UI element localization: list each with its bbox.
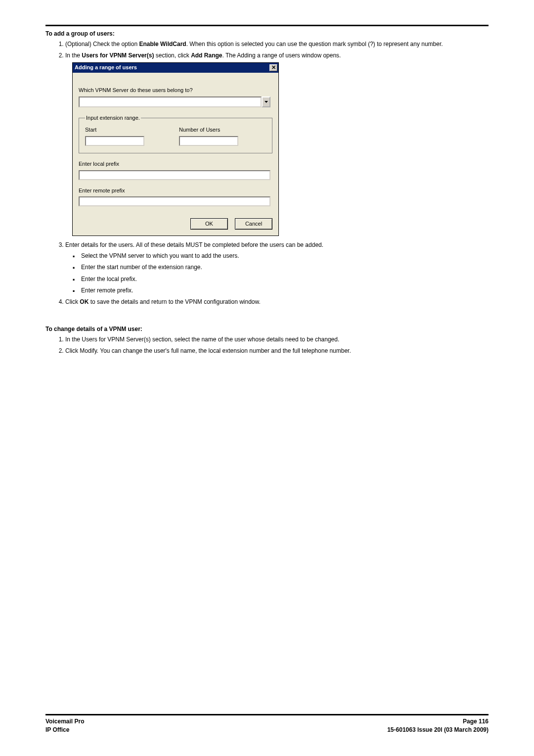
step-1: (Optional) Check the option Enable WildC… <box>65 40 489 48</box>
start-input[interactable] <box>85 136 144 146</box>
section-b-heading: To change details of a VPNM user: <box>45 326 489 332</box>
step4-pre: Click <box>65 298 80 305</box>
dialog-title: Adding a range of users <box>75 64 137 72</box>
footer-right-1: Page 116 <box>463 717 489 726</box>
step3-bullets: Select the VPNM server to which you want… <box>65 252 489 295</box>
footer-row-1: Voicemail Pro Page 116 <box>45 717 489 726</box>
step1-bold: Enable WildCard <box>139 41 186 47</box>
step2-mid: section, click <box>154 52 191 59</box>
step4-bold: OK <box>80 298 89 305</box>
dialog-body: Which VPNM Server do these users belong … <box>73 73 278 236</box>
step3-bullet-1: Select the VPNM server to which you want… <box>81 252 489 260</box>
dialog-titlebar: Adding a range of users ✕ <box>73 63 278 73</box>
b-step-1: In the Users for VPNM Server(s) section,… <box>65 335 489 344</box>
svg-marker-0 <box>265 101 268 103</box>
footer-left-1: Voicemail Pro <box>45 717 84 726</box>
dialog-wrap: Adding a range of users ✕ Which VPNM Ser… <box>72 62 489 236</box>
vpnm-server-input[interactable] <box>79 96 262 107</box>
step2-bold2: Add Range <box>191 52 222 59</box>
dialog-button-row: OK Cancel <box>79 218 272 230</box>
input-extension-range-group: Input extension range. Start Number of U… <box>79 114 272 153</box>
b-step-2: Click Modify. You can change the user's … <box>65 347 489 355</box>
step3-bullet-4: Enter remote prefix. <box>81 286 489 295</box>
footer-row-2: IP Office 15-601063 Issue 20l (03 March … <box>45 726 489 734</box>
step2-post: . The Adding a range of users window ope… <box>222 52 341 59</box>
step1-pre: (Optional) Check the option <box>65 41 139 47</box>
close-icon[interactable]: ✕ <box>269 64 277 71</box>
step3-bullet-2: Enter the start number of the extension … <box>81 263 489 272</box>
ok-button[interactable]: OK <box>190 218 228 230</box>
page-footer: Voicemail Pro Page 116 IP Office 15-6010… <box>45 714 489 734</box>
cancel-button[interactable]: Cancel <box>235 218 272 230</box>
step-2: In the Users for VPNM Server(s) section,… <box>65 51 489 236</box>
extension-range-row: Start Number of Users <box>85 126 266 146</box>
remote-prefix-input[interactable] <box>79 196 270 206</box>
local-prefix-input[interactable] <box>79 170 270 180</box>
start-label: Start <box>85 126 144 134</box>
extension-range-legend: Input extension range. <box>85 114 141 122</box>
numusers-input[interactable] <box>179 136 238 146</box>
step4-post: to save the details and return to the VP… <box>89 298 261 305</box>
remote-prefix-label: Enter remote prefix <box>79 187 272 195</box>
numusers-label: Number of Users <box>179 126 238 134</box>
footer-left-2: IP Office <box>45 726 69 734</box>
local-prefix-label: Enter local prefix <box>79 160 272 168</box>
add-range-dialog: Adding a range of users ✕ Which VPNM Ser… <box>72 62 279 236</box>
chevron-down-icon[interactable] <box>262 96 270 107</box>
footer-rule <box>45 714 489 715</box>
footer-right-2: 15-601063 Issue 20l (03 March 2009) <box>387 726 489 734</box>
document-page: To add a group of users: (Optional) Chec… <box>0 0 534 756</box>
step2-pre: In the <box>65 52 82 59</box>
step3-text: Enter details for the users. All of thes… <box>65 241 323 248</box>
step-4: Click OK to save the details and return … <box>65 298 489 306</box>
numusers-col: Number of Users <box>179 126 238 146</box>
top-rule <box>45 25 489 26</box>
section-a-heading: To add a group of users: <box>45 30 489 37</box>
vpnm-server-combo[interactable] <box>79 96 270 107</box>
section-a-steps: (Optional) Check the option Enable WildC… <box>45 40 489 307</box>
spacer <box>45 313 489 326</box>
step-3: Enter details for the users. All of thes… <box>65 241 489 295</box>
vpnm-server-label: Which VPNM Server do these users belong … <box>79 87 272 94</box>
section-b-steps: In the Users for VPNM Server(s) section,… <box>45 335 489 356</box>
step3-bullet-3: Enter the local prefix. <box>81 275 489 284</box>
step1-post: . When this option is selected you can u… <box>186 41 443 47</box>
step2-bold1: Users for VPNM Server(s) <box>82 52 154 59</box>
start-col: Start <box>85 126 144 146</box>
